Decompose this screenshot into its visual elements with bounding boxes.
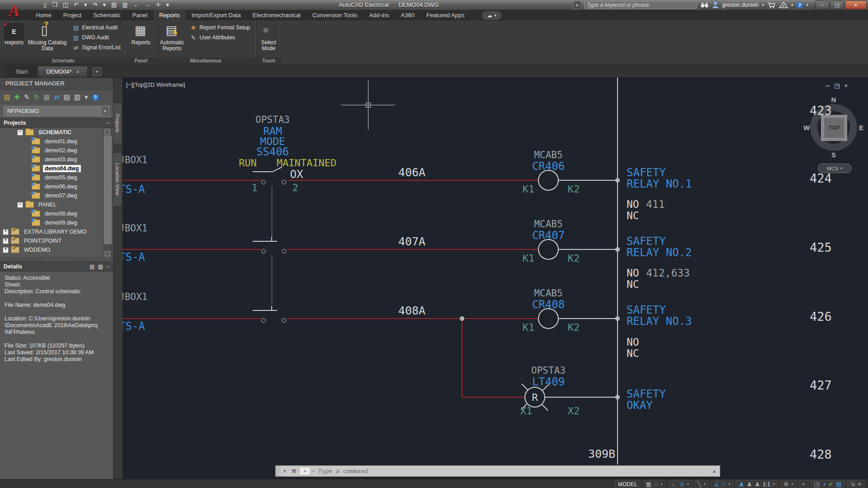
project-select[interactable]: NFPADEMO [4, 106, 101, 116]
ribbon-button-report-format-setup[interactable]: ❖Report Format Setup [190, 24, 250, 31]
status-icon[interactable]: ∠ [714, 481, 720, 488]
status-icon[interactable]: □ [722, 481, 726, 488]
restore-button[interactable]: ◳ [830, 0, 844, 9]
doc-close-icon[interactable]: × [844, 82, 848, 89]
status-icon[interactable]: ╲ [698, 481, 701, 488]
tree-expander-icon[interactable]: − [17, 130, 23, 136]
status-segment[interactable]: ∟⊙▾ [668, 480, 692, 488]
qat-icon[interactable]: ▾ [166, 1, 169, 9]
tree-expander-icon[interactable]: + [3, 229, 9, 235]
ribbon-tab-home[interactable]: Home [30, 10, 57, 20]
tree-item-demo08-dwg[interactable]: demo08.dwg [0, 209, 113, 218]
qat-icon[interactable]: ▾ [103, 1, 106, 9]
tree-item-demo05-dwg[interactable]: demo05.dwg [0, 173, 113, 182]
status-icon[interactable]: ∷ [654, 481, 658, 488]
status-label-1-1[interactable]: 1:1 [763, 481, 770, 488]
qat-icon[interactable]: ▯ [43, 1, 47, 9]
qat-icon[interactable]: ← [133, 1, 139, 9]
tree-item-wddemo[interactable]: +WDDEMO [0, 245, 113, 254]
exchange-apps-cart-icon[interactable] [767, 2, 776, 9]
ribbon-button-reports[interactable]: ▦Reports [129, 22, 153, 47]
ribbon-button-user-attributes[interactable]: ✎User Attributes [190, 34, 250, 41]
ribbon-tab-panel[interactable]: Panel [127, 10, 153, 20]
collapse-projects-icon[interactable]: − [106, 120, 109, 126]
ribbon-tab-project[interactable]: Project [57, 10, 87, 20]
ribbon-button-missing-catalog-data[interactable]: ▯?Missing Catalog Data [26, 22, 69, 52]
new-project-icon[interactable]: ✚ [14, 93, 20, 101]
collapse-details-icon[interactable]: − [106, 263, 109, 270]
status-segment[interactable]: ╲▾ [694, 480, 709, 488]
details-view-icon[interactable]: ▤ [90, 263, 94, 270]
status-caret-icon[interactable]: ▾ [773, 481, 775, 488]
status-icon[interactable]: ⇲ [850, 481, 855, 488]
drawing-canvas[interactable]: [−][Top][2D Wireframe] ─ ◳ × N W E S TOP… [123, 78, 868, 479]
help-icon[interactable]: ? [92, 94, 99, 101]
tree-item-demo01-dwg[interactable]: demo01.dwg [0, 137, 113, 146]
command-input[interactable] [317, 467, 712, 475]
scroll-down-icon[interactable]: ▼ [104, 251, 111, 257]
status-segment[interactable]: ▦∷▾ [643, 480, 666, 488]
status-icon[interactable]: ▦ [646, 481, 651, 488]
qat-icon[interactable]: ▾ [84, 1, 87, 9]
tree-item-extra-library-demo[interactable]: +EXTRA LIBRARY DEMO [0, 227, 113, 236]
application-menu-button[interactable]: A E [3, 1, 25, 41]
viewcube-south[interactable]: S [831, 151, 836, 159]
tree-item-demo04-dwg[interactable]: demo04.dwg [0, 164, 113, 173]
binoculars-search-icon[interactable] [700, 2, 709, 8]
a360-connect-icon[interactable] [779, 2, 788, 9]
ribbon-tab-featured-apps[interactable]: Featured Apps [420, 10, 471, 20]
status-caret-icon[interactable]: ▾ [687, 481, 689, 488]
refresh-icon[interactable]: ↻ [33, 93, 39, 101]
viewcube-top-face[interactable]: TOP [821, 115, 847, 141]
scrollbar-thumb[interactable]: ≡ [104, 136, 112, 244]
toolbar-caret-icon[interactable]: ▾ [85, 93, 88, 101]
ribbon-tab-electromechanical[interactable]: Electromechanical [247, 10, 307, 20]
tab-projects-vertical[interactable]: Projects [113, 103, 122, 144]
help-icon[interactable]: ? [796, 2, 803, 9]
panel-splitter[interactable]: · · · · · [0, 257, 113, 262]
user-menu-caret-icon[interactable]: ▾ [762, 3, 764, 7]
update-retag-icon[interactable]: ⇄ [54, 93, 60, 101]
edit-project-icon[interactable]: ✎ [24, 93, 30, 101]
ribbon-group-label-schematic[interactable]: Schematic [0, 57, 127, 64]
scroll-up-icon[interactable]: ▲ [104, 128, 111, 135]
preview-view-icon[interactable]: ▨ [98, 263, 103, 270]
signed-in-user[interactable]: greston.dunivin [722, 2, 759, 8]
command-line-dock[interactable]: × ⚒ > ▾ ▲ [275, 465, 720, 477]
drawing-list-icon[interactable]: ▤ [64, 93, 70, 101]
tree-expander-icon[interactable]: + [3, 238, 9, 244]
viewport-controls[interactable]: [−][Top][2D Wireframe] [126, 81, 185, 88]
command-close-icon[interactable]: × [283, 468, 286, 474]
status-icon[interactable]: ♟ [755, 481, 760, 488]
status-icon[interactable]: ♟ [739, 481, 744, 488]
ribbon-tab-conversion-tools[interactable]: Conversion Tools [307, 10, 363, 20]
qat-icon[interactable]: → [145, 1, 151, 9]
tab-demo04[interactable]: DEMO04* × [38, 66, 88, 77]
status-caret-icon[interactable]: ▾ [704, 481, 706, 488]
status-icon[interactable]: ≡ [858, 481, 861, 488]
qat-icon[interactable]: ◫ [63, 1, 68, 9]
plot-publish-icon[interactable]: ▥ [74, 93, 80, 101]
ribbon-tab-reports[interactable]: Reports [153, 10, 186, 20]
tree-item-demo02-dwg[interactable]: demo02.dwg [0, 146, 113, 155]
tree-item-schematic[interactable]: −SCHEMATIC [0, 128, 113, 137]
status-segment[interactable]: ⇲≡ [847, 480, 865, 488]
search-input[interactable] [584, 1, 697, 9]
ribbon-group-label-panel[interactable]: Panel [127, 57, 155, 64]
tree-item-demo03-dwg[interactable]: demo03.dwg [0, 155, 113, 164]
status-icon[interactable]: ✔ [828, 481, 833, 488]
ribbon-tab-add-ins[interactable]: Add-ins [363, 10, 395, 20]
status-icon[interactable]: ◑ [822, 481, 826, 488]
status-segment[interactable]: ∠□▾ [711, 480, 734, 488]
ribbon-button-signal-error-list[interactable]: ⇄Signal Error/List [72, 44, 120, 51]
doc-restore-icon[interactable]: ◳ [834, 82, 840, 89]
new-drawing-tab-button[interactable]: + [93, 67, 101, 76]
viewcube-east[interactable]: E [859, 124, 863, 131]
status-segment[interactable]: ⚙▾ [780, 480, 797, 488]
user-avatar-icon[interactable] [712, 1, 719, 9]
minimize-button[interactable]: ─ [815, 0, 829, 9]
status-segment[interactable]: + [799, 480, 809, 488]
status-icon[interactable]: ◳ [814, 481, 819, 488]
qat-icon[interactable]: ▤ [111, 1, 117, 9]
doc-minimize-icon[interactable]: ─ [826, 82, 830, 89]
